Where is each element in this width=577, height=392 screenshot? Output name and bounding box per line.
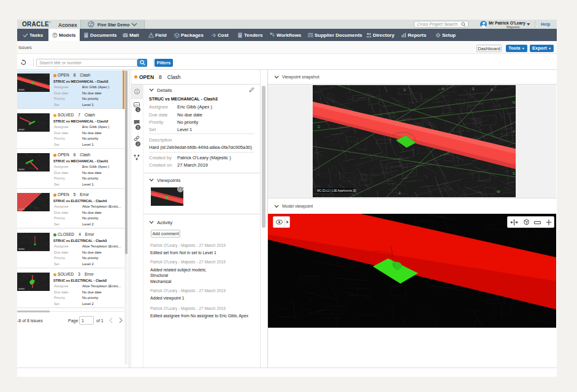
svg-text:V: V: [403, 88, 406, 92]
svg-text:C: C: [513, 172, 516, 175]
svg-text:U: U: [513, 100, 515, 104]
svg-text:Y: Y: [513, 130, 515, 134]
svg-text:T: T: [491, 88, 493, 92]
svg-text:MC-Z1-L1 | L3E Apartments [2]: MC-Z1-L1 | L3E Apartments [2]: [317, 189, 356, 192]
svg-text:W: W: [497, 190, 500, 194]
svg-text:U: U: [441, 87, 444, 91]
svg-text:1: 1: [179, 187, 181, 191]
svg-text:C: C: [318, 125, 321, 129]
svg-text:2: 2: [137, 142, 139, 146]
svg-text:$: $: [213, 33, 215, 37]
svg-text:5: 5: [137, 126, 139, 129]
svg-text:1: 1: [137, 108, 139, 111]
